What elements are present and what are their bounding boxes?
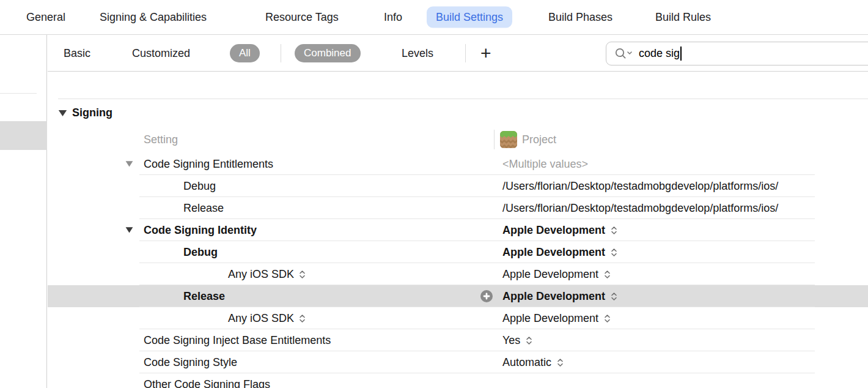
setting-label: Release — [183, 290, 225, 303]
tab-build-settings[interactable]: Build Settings — [427, 7, 512, 28]
table-row[interactable]: Any iOS SDK Apple Development — [48, 307, 868, 329]
toolbar-separator — [281, 44, 281, 62]
setting-label: Debug — [183, 246, 218, 259]
setting-label: Any iOS SDK — [228, 312, 294, 325]
value-wrap[interactable]: <Multiple values> — [502, 158, 588, 171]
setting-label: Code Signing Style — [144, 356, 237, 369]
tab-info[interactable]: Info — [384, 11, 402, 24]
setting-label: Release — [183, 202, 224, 215]
tab-resource-tags[interactable]: Resource Tags — [265, 11, 339, 24]
tab-build-phases[interactable]: Build Phases — [548, 11, 612, 24]
table-row[interactable]: Other Code Signing Flags — [48, 373, 868, 388]
table-row[interactable]: Release /Users/florian/Desktop/testadmob… — [48, 197, 868, 219]
settings-rows: Code Signing Entitlements <Multiple valu… — [48, 153, 868, 388]
setting-value[interactable]: Apple Development — [502, 290, 605, 303]
build-settings-table: Signing Setting Project — [48, 72, 868, 388]
setting-label: Code Signing Identity — [144, 224, 257, 237]
build-settings-workspace: Basic Customized All Combined Levels + c… — [0, 35, 868, 388]
setting-value[interactable]: Apple Development — [502, 224, 605, 237]
add-override-button[interactable] — [480, 290, 493, 302]
setting-label: Other Code Signing Flags — [144, 378, 270, 388]
table-row[interactable]: Debug Apple Development — [48, 241, 868, 263]
project-navigator-strip[interactable] — [0, 35, 47, 388]
value-wrap[interactable]: Yes — [502, 334, 532, 347]
section-title: Signing — [72, 106, 112, 119]
view-levels-button[interactable]: Levels — [402, 47, 433, 59]
label-stepper-icon[interactable] — [299, 313, 306, 323]
tab-signing-capabilities[interactable]: Signing & Capabilities — [100, 11, 207, 24]
setting-value[interactable]: /Users/florian/Desktop/testadmobgdevelop… — [502, 202, 778, 215]
value-wrap[interactable]: Apple Development — [502, 268, 611, 281]
project-column-header: Project — [522, 133, 556, 146]
table-row[interactable]: Code Signing Identity Apple Development — [48, 219, 868, 241]
search-icon[interactable] — [614, 47, 634, 60]
disclosure-triangle-icon[interactable] — [125, 227, 133, 234]
setting-label: Any iOS SDK — [228, 268, 294, 281]
column-divider — [494, 130, 495, 149]
table-header-row: Setting Project — [48, 126, 868, 153]
value-stepper-icon[interactable] — [604, 313, 611, 323]
value-stepper-icon[interactable] — [611, 291, 617, 301]
sidebar-selected-row[interactable] — [0, 121, 47, 150]
target-tab-bar: GeneralSigning & CapabilitiesResource Ta… — [0, 0, 868, 35]
label-stepper-icon[interactable] — [299, 269, 306, 279]
toolbar-separator — [465, 44, 466, 62]
scope-all-button[interactable]: All — [230, 44, 260, 62]
value-wrap[interactable]: Apple Development — [502, 312, 611, 325]
tab-build-rules[interactable]: Build Rules — [655, 11, 711, 24]
value-wrap[interactable]: /Users/florian/Desktop/testadmobgdevelop… — [502, 202, 778, 215]
value-stepper-icon[interactable] — [611, 225, 617, 235]
table-row[interactable]: Code Signing Style Automatic — [48, 351, 868, 373]
setting-label: Debug — [183, 180, 216, 193]
table-row[interactable]: Debug /Users/florian/Desktop/testadmobgd… — [48, 175, 868, 197]
setting-value[interactable]: Apple Development — [502, 268, 598, 281]
value-stepper-icon[interactable] — [604, 269, 611, 279]
setting-value[interactable]: /Users/florian/Desktop/testadmobgdevelop… — [502, 180, 778, 193]
scope-basic-button[interactable]: Basic — [64, 47, 90, 59]
scope-customized-button[interactable]: Customized — [132, 47, 190, 59]
build-settings-toolbar: Basic Customized All Combined Levels + c… — [48, 35, 868, 72]
search-input[interactable]: code sig — [606, 42, 868, 65]
text-cursor — [680, 47, 682, 61]
setting-label: Code Signing Inject Base Entitlements — [144, 334, 331, 347]
search-text: code sig — [639, 47, 680, 60]
setting-value[interactable]: Apple Development — [502, 246, 605, 259]
table-row[interactable]: Any iOS SDK Apple Development — [48, 263, 868, 285]
table-row[interactable]: Code Signing Entitlements <Multiple valu… — [48, 153, 868, 175]
section-header-signing: Signing — [58, 106, 112, 119]
setting-value[interactable]: Yes — [502, 334, 520, 347]
content-top-divider — [58, 99, 868, 99]
sidebar-divider — [0, 93, 37, 94]
table-row[interactable]: Code Signing Inject Base Entitlements Ye… — [48, 329, 868, 351]
value-wrap[interactable]: Apple Development — [502, 290, 617, 303]
value-stepper-icon[interactable] — [557, 357, 564, 367]
add-setting-button[interactable]: + — [480, 44, 491, 62]
tab-general[interactable]: General — [26, 11, 65, 24]
setting-value[interactable]: <Multiple values> — [502, 158, 588, 171]
disclosure-triangle-icon[interactable] — [58, 110, 67, 117]
setting-column-header: Setting — [144, 133, 178, 146]
value-stepper-icon[interactable] — [526, 335, 532, 345]
value-wrap[interactable]: Apple Development — [502, 224, 617, 237]
value-wrap[interactable]: Apple Development — [502, 246, 617, 259]
view-combined-button[interactable]: Combined — [295, 44, 361, 62]
setting-value[interactable]: Apple Development — [502, 312, 598, 325]
value-stepper-icon[interactable] — [611, 247, 617, 257]
table-row[interactable]: Release Apple Development — [48, 285, 868, 307]
setting-value[interactable]: Automatic — [502, 356, 551, 369]
setting-label: Code Signing Entitlements — [144, 158, 273, 171]
project-app-icon — [500, 131, 517, 151]
value-wrap[interactable]: /Users/florian/Desktop/testadmobgdevelop… — [502, 180, 778, 193]
value-wrap[interactable]: Automatic — [502, 356, 564, 369]
disclosure-triangle-icon[interactable] — [125, 161, 133, 168]
